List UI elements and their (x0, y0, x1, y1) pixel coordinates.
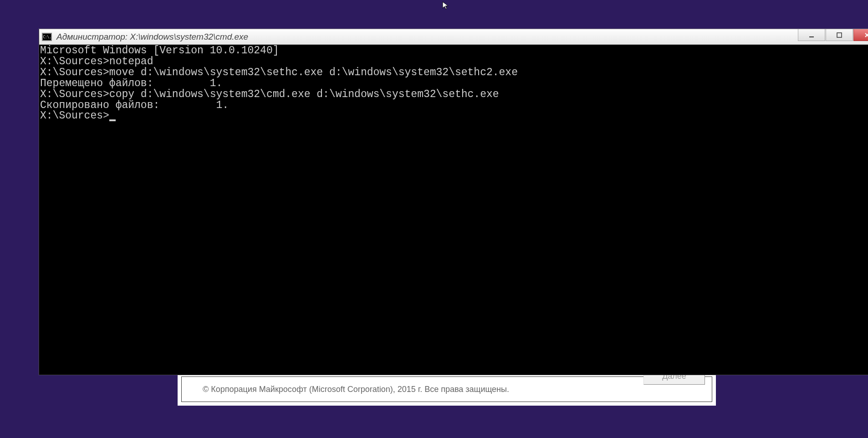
copyright-text: © Корпорация Майкрософт (Microsoft Corpo… (203, 385, 509, 394)
window-title: Администратор: X:\windows\system32\cmd.e… (56, 32, 248, 42)
terminal-line: Перемещено файлов: 1. (40, 78, 868, 89)
cmd-icon: C:\. (42, 33, 52, 41)
terminal-line: Microsoft Windows [Version 10.0.10240] (40, 46, 868, 57)
terminal-cursor (109, 119, 116, 121)
terminal-line: Скопировано файлов: 1. (40, 100, 868, 111)
maximize-button[interactable] (826, 29, 853, 41)
terminal-line: X:\Sources>move d:\windows\system32\seth… (40, 67, 868, 78)
terminal-line: X:\Sources>copy d:\windows\system32\cmd.… (40, 89, 868, 100)
close-button[interactable] (853, 29, 868, 41)
titlebar[interactable]: C:\. Администратор: X:\windows\system32\… (39, 29, 868, 45)
terminal-line: X:\Sources>notepad (40, 57, 868, 67)
svg-rect-0 (809, 36, 814, 37)
terminal-prompt: X:\Sources> (40, 110, 109, 122)
window-controls (797, 29, 868, 41)
mouse-cursor-icon (442, 1, 451, 10)
terminal-output[interactable]: Microsoft Windows [Version 10.0.10240]X:… (39, 45, 868, 375)
cmd-window: C:\. Администратор: X:\windows\system32\… (39, 29, 868, 375)
minimize-button[interactable] (798, 29, 825, 41)
svg-rect-1 (837, 33, 842, 37)
